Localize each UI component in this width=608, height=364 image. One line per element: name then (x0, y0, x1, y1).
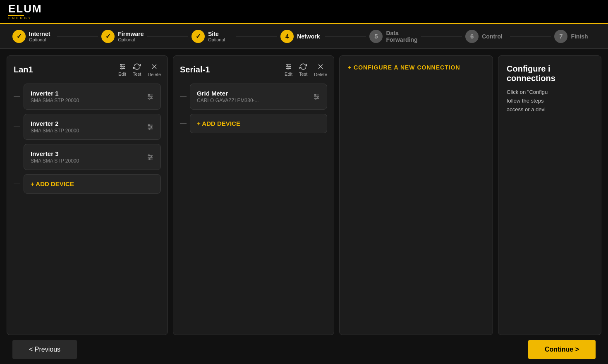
step-5-name: Data Forwarding (386, 30, 417, 43)
logo-bar (8, 15, 24, 16)
step-finish[interactable]: 7 Finish (554, 30, 596, 43)
logo-text: ELUM (8, 3, 42, 14)
grid-meter-item[interactable]: Grid Meter CARLO GAVAZZI EM330-... (190, 84, 327, 110)
x-icon (150, 62, 158, 71)
tree-line-1 (14, 96, 20, 97)
serial1-x-icon (316, 62, 325, 71)
serial1-add-device-button[interactable]: + ADD DEVICE (190, 114, 327, 133)
inverter-2-item[interactable]: Inverter 2 SMA SMA STP 20000 (24, 114, 161, 140)
step-control[interactable]: 6 Control (465, 30, 507, 43)
step-network[interactable]: 4 Network (280, 30, 322, 43)
svg-point-29 (287, 64, 288, 65)
svg-point-19 (149, 128, 150, 129)
logo-sub: ENERGY (8, 16, 42, 20)
step-internet[interactable]: ✓ Internet Optional (12, 30, 54, 43)
inverter-3-info: Inverter 3 SMA SMA STP 20000 (31, 150, 79, 164)
info-panel-title: Configure iconnections (507, 64, 593, 83)
step-4-name: Network (297, 33, 320, 40)
lan1-delete-button[interactable]: Delete (148, 62, 161, 77)
connector-6-7 (510, 36, 551, 36)
svg-point-12 (151, 96, 152, 97)
configure-new-connection-button[interactable]: + CONFIGURE A NEW CONNECTION (348, 64, 484, 71)
main-content: Lan1 Edit Test (0, 49, 608, 335)
step-firmware[interactable]: ✓ Firmware Optional (101, 30, 144, 43)
svg-point-38 (317, 96, 318, 97)
grid-meter-sub: CARLO GAVAZZI EM330-... (197, 98, 259, 103)
lan1-edit-label: Edit (118, 72, 126, 77)
svg-point-13 (149, 98, 150, 99)
step-2-circle: ✓ (101, 30, 115, 43)
lan1-test-label: Test (133, 72, 141, 77)
serial1-edit-label: Edit (285, 72, 292, 77)
lan1-title: Lan1 (14, 65, 113, 74)
inverter-1-item[interactable]: Inverter 1 SMA SMA STP 20000 (24, 84, 161, 110)
serial1-refresh-icon (299, 63, 307, 70)
connector-3-4 (236, 36, 278, 36)
svg-point-18 (151, 126, 152, 127)
inverter-1-wrapper: Inverter 1 SMA SMA STP 20000 (14, 84, 161, 110)
svg-point-31 (287, 68, 289, 69)
connector-2-3 (147, 36, 188, 36)
inverter-1-config-icon (146, 93, 154, 101)
step-2-name: Firmware (118, 31, 144, 37)
serial1-edit-button[interactable]: Edit (285, 63, 292, 77)
step-site[interactable]: ✓ Site Optional (191, 30, 233, 43)
footer: < Previous Continue > (0, 335, 608, 364)
step-1-label: Internet Optional (29, 31, 50, 42)
inverter-2-sub: SMA SMA STP 20000 (31, 128, 79, 134)
step-2-label: Firmware Optional (118, 31, 144, 42)
svg-point-37 (315, 94, 316, 96)
lan1-edit-button[interactable]: Edit (118, 63, 126, 77)
inverter-2-wrapper: Inverter 2 SMA SMA STP 20000 (14, 114, 161, 140)
inverter-3-name: Inverter 3 (31, 150, 79, 157)
serial1-device-list: Grid Meter CARLO GAVAZZI EM330-... + ADD… (180, 84, 327, 328)
lan1-add-device-button[interactable]: + ADD DEVICE (24, 174, 161, 194)
lan1-device-list: Inverter 1 SMA SMA STP 20000 Inverter 2 … (14, 84, 161, 328)
step-3-sub: Optional (208, 37, 225, 42)
step-4-circle: 4 (280, 30, 294, 43)
serial1-delete-button[interactable]: Delete (314, 62, 327, 77)
step-1-circle: ✓ (12, 30, 26, 43)
serial1-test-button[interactable]: Test (299, 63, 307, 77)
info-panel: Configure iconnections Click on "Configu… (498, 55, 601, 335)
previous-button[interactable]: < Previous (12, 340, 77, 359)
step-6-name: Control (482, 33, 503, 40)
serial1-card-header: Serial-1 Edit Test (180, 62, 327, 77)
logo: ELUM ENERGY (8, 3, 42, 20)
continue-button[interactable]: Continue > (528, 340, 596, 359)
grid-meter-wrapper: Grid Meter CARLO GAVAZZI EM330-... (180, 84, 327, 110)
inverter-2-name: Inverter 2 (31, 120, 79, 127)
step-3-circle: ✓ (191, 30, 205, 43)
sliders-icon (119, 63, 126, 70)
serial1-sliders-icon (285, 63, 292, 70)
lan1-delete-label: Delete (148, 72, 161, 77)
inverter-1-name: Inverter 1 (31, 90, 79, 97)
inverter-3-item[interactable]: Inverter 3 SMA SMA STP 20000 (24, 144, 161, 170)
lan1-card: Lan1 Edit Test (7, 55, 168, 335)
step-data-forwarding[interactable]: 5 Data Forwarding (369, 30, 417, 43)
inverter-2-config-icon (146, 123, 154, 131)
tree-line-add (14, 184, 20, 184)
wizard-steps: ✓ Internet Optional ✓ Firmware Optional … (0, 24, 608, 49)
svg-point-39 (315, 98, 316, 99)
svg-point-30 (289, 66, 290, 67)
step-5-circle: 5 (369, 30, 383, 43)
info-panel-text: Click on "Configufollow the stepsaccess … (507, 88, 593, 114)
svg-point-5 (121, 68, 122, 69)
step-1-name: Internet (29, 31, 50, 37)
tree-line-2 (14, 127, 20, 127)
grid-meter-config-icon (313, 93, 320, 101)
step-5-label: Data Forwarding (386, 30, 417, 43)
step-1-sub: Optional (29, 37, 50, 42)
serial1-actions: Edit Test Delete (285, 62, 327, 77)
lan1-test-button[interactable]: Test (133, 63, 141, 77)
step-3-name: Site (208, 31, 225, 37)
serial1-title: Serial-1 (180, 65, 280, 74)
connector-1-2 (57, 36, 98, 36)
svg-point-4 (123, 66, 124, 67)
grid-meter-info: Grid Meter CARLO GAVAZZI EM330-... (197, 90, 259, 103)
grid-meter-name: Grid Meter (197, 90, 259, 97)
inverter-2-info: Inverter 2 SMA SMA STP 20000 (31, 120, 79, 134)
step-7-circle: 7 (554, 30, 567, 43)
serial1-card: Serial-1 Edit Test (173, 55, 334, 335)
